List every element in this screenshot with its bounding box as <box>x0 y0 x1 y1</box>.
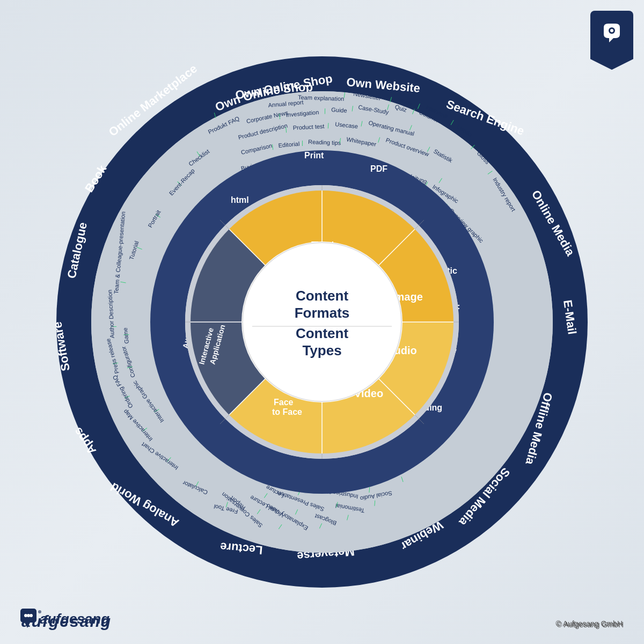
type-html: html <box>231 195 249 204</box>
center-formats-label: Formats <box>295 305 350 321</box>
svg-text:aufgesang: aufgesang <box>40 611 109 627</box>
svg-marker-103 <box>25 623 30 628</box>
format-face-to-face: Face <box>274 398 294 407</box>
copyright-text: © Aufgesang GmbH <box>557 620 624 629</box>
item-guide: Guide <box>331 106 347 114</box>
item-reading-tips: Reading tips <box>308 138 341 146</box>
svg-text:|: | <box>302 140 303 146</box>
aufgesang-brand: aufgesang <box>20 608 138 632</box>
center-content-formats-label: Content <box>296 288 349 304</box>
svg-point-106 <box>30 614 33 617</box>
type-print: Print <box>304 151 324 160</box>
center-content-types-label2: Types <box>302 342 341 358</box>
logo-icon <box>598 19 625 51</box>
type-pdf: PDF <box>370 164 387 173</box>
page-container: aufgesang © Aufgesang GmbH <box>0 0 644 644</box>
svg-text:to Face: to Face <box>272 407 302 416</box>
copyright-section: © Aufgesang GmbH <box>557 620 624 629</box>
logo-badge <box>590 11 633 59</box>
svg-point-108 <box>38 610 41 613</box>
svg-point-100 <box>243 243 401 401</box>
svg-point-2 <box>610 29 613 32</box>
svg-text:|: | <box>324 107 326 114</box>
diagram-wrapper: Own Online Shop Own Online Shop Own Webs… <box>38 38 606 606</box>
main-diagram: Own Online Shop Own Online Shop Own Webs… <box>38 38 606 606</box>
center-content-types-label1: Content <box>296 325 349 341</box>
